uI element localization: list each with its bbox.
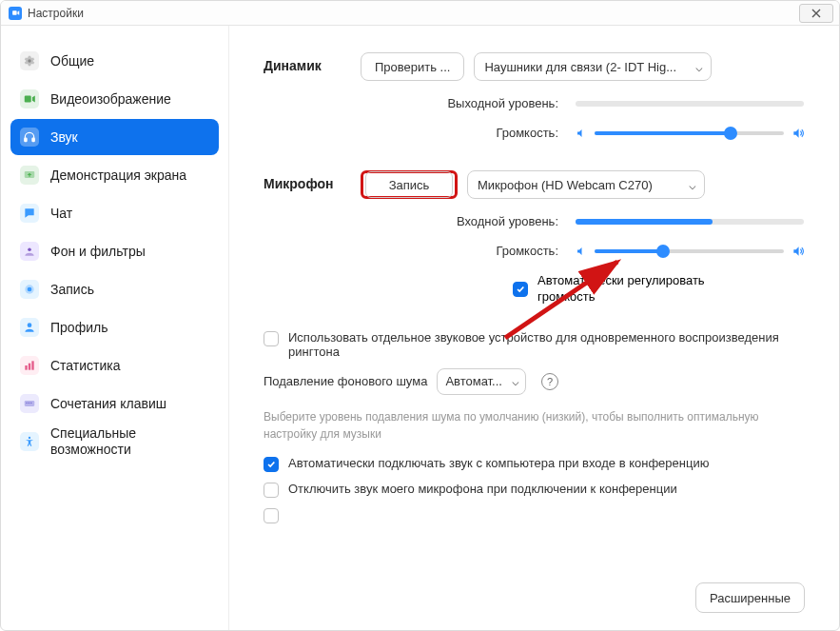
- speaker-high-icon: [791, 245, 805, 258]
- keyboard-icon: [20, 394, 39, 413]
- speaker-low-icon: [576, 246, 587, 257]
- video-icon: [20, 89, 39, 108]
- svg-rect-10: [25, 365, 27, 370]
- svg-rect-15: [29, 403, 29, 404]
- test-speaker-button[interactable]: Проверить ...: [361, 52, 464, 81]
- sidebar-item-label: Запись: [50, 282, 94, 297]
- sidebar-item-label: Сочетания клавиш: [50, 396, 166, 411]
- mute-on-join-checkbox[interactable]: [264, 483, 279, 498]
- stats-icon: [20, 356, 39, 375]
- svg-rect-2: [25, 96, 31, 103]
- accessibility-icon: [20, 432, 39, 451]
- close-button[interactable]: [799, 4, 833, 23]
- record-mic-button[interactable]: Запись: [361, 170, 458, 199]
- svg-point-9: [28, 323, 32, 327]
- sidebar-item-label: Демонстрация экрана: [50, 168, 186, 183]
- output-level-label: Выходной уровень:: [361, 96, 558, 110]
- sidebar-item-background[interactable]: Фон и фильтры: [10, 233, 219, 269]
- record-icon: [20, 280, 39, 299]
- svg-point-17: [29, 437, 30, 439]
- noise-hint: Выберите уровень подавления шума по умол…: [264, 408, 805, 443]
- svg-rect-11: [29, 364, 30, 370]
- sidebar-item-statistics[interactable]: Статистика: [10, 347, 219, 384]
- auto-gain-checkbox[interactable]: [513, 282, 528, 297]
- speaker-volume-slider[interactable]: [595, 131, 784, 135]
- titlebar: Настройки: [1, 1, 839, 26]
- separate-ringtone-checkbox[interactable]: [264, 331, 279, 346]
- svg-rect-16: [30, 403, 31, 404]
- speaker-device-select[interactable]: Наушники для связи (2- IDT Hig... ⌵: [474, 52, 712, 81]
- headphones-icon: [20, 128, 39, 147]
- mic-device-select[interactable]: Микрофон (HD Webcam C270) ⌵: [467, 170, 705, 199]
- noise-suppression-select[interactable]: Автомат... ⌵: [437, 368, 526, 395]
- sidebar-item-video[interactable]: Видеоизображение: [10, 81, 219, 117]
- sidebar-item-shortcuts[interactable]: Сочетания клавиш: [10, 385, 219, 422]
- input-level-label: Входной уровень:: [361, 214, 558, 228]
- app-icon: [9, 7, 22, 20]
- svg-rect-4: [32, 138, 34, 142]
- input-level-meter: [576, 219, 804, 225]
- chevron-down-icon: ⌵: [689, 178, 696, 192]
- svg-rect-12: [31, 361, 33, 369]
- gear-icon: [20, 51, 39, 70]
- chat-icon: [20, 204, 39, 223]
- auto-join-audio-checkbox[interactable]: [264, 457, 279, 472]
- mic-volume-slider[interactable]: [595, 249, 784, 253]
- settings-window: Настройки Общие Видеоизображение Звук Де…: [0, 0, 840, 631]
- sidebar-item-label: Звук: [50, 129, 78, 145]
- sidebar-item-accessibility[interactable]: Специальные возможности: [10, 424, 219, 460]
- svg-rect-3: [25, 138, 27, 142]
- help-icon[interactable]: ?: [541, 373, 558, 390]
- profile-icon: [20, 318, 39, 337]
- sidebar-item-label: Фон и фильтры: [50, 244, 146, 259]
- sidebar-item-label: Профиль: [50, 320, 107, 335]
- window-title: Настройки: [28, 7, 84, 20]
- truncated-checkbox[interactable]: [264, 508, 279, 523]
- sidebar-item-label: Чат: [50, 206, 72, 221]
- mic-volume-label: Громкость:: [361, 244, 558, 258]
- svg-point-6: [28, 248, 31, 252]
- sidebar-item-recording[interactable]: Запись: [10, 271, 219, 307]
- chevron-down-icon: ⌵: [695, 60, 703, 74]
- advanced-button[interactable]: Расширенные: [695, 582, 805, 613]
- sidebar-item-share[interactable]: Демонстрация экрана: [10, 157, 219, 193]
- share-screen-icon: [20, 166, 39, 185]
- sidebar-item-label: Статистика: [50, 358, 121, 373]
- output-level-meter: [576, 101, 804, 107]
- sidebar: Общие Видеоизображение Звук Демонстрация…: [1, 26, 229, 630]
- auto-gain-label: Автоматически регулировать громкость: [537, 273, 737, 306]
- noise-suppression-label: Подавление фонового шума: [264, 374, 427, 388]
- speaker-low-icon: [576, 128, 587, 139]
- sidebar-item-general[interactable]: Общие: [10, 43, 219, 79]
- svg-point-8: [28, 287, 32, 292]
- svg-rect-0: [12, 10, 17, 15]
- sidebar-item-chat[interactable]: Чат: [10, 195, 219, 231]
- separate-ringtone-label: Использовать отдельное звуковое устройст…: [288, 330, 805, 359]
- sidebar-item-audio[interactable]: Звук: [10, 119, 219, 155]
- sidebar-item-label: Видеоизображение: [50, 91, 171, 107]
- auto-join-audio-label: Автоматически подключать звук с компьюте…: [288, 456, 709, 470]
- speaker-high-icon: [791, 127, 805, 140]
- main-panel: Динамик Проверить ... Наушники для связи…: [229, 26, 839, 630]
- speaker-heading: Динамик: [264, 52, 361, 73]
- sidebar-item-label: Специальные возможности: [50, 425, 209, 459]
- sidebar-item-profile[interactable]: Профиль: [10, 309, 219, 345]
- svg-rect-14: [27, 403, 28, 404]
- microphone-heading: Микрофон: [264, 170, 361, 191]
- background-icon: [20, 242, 39, 261]
- sidebar-item-label: Общие: [50, 53, 94, 69]
- mute-on-join-label: Отключить звук моего микрофона при подкл…: [288, 482, 677, 496]
- speaker-volume-label: Громкость:: [361, 126, 558, 140]
- chevron-down-icon: ⌵: [512, 374, 519, 388]
